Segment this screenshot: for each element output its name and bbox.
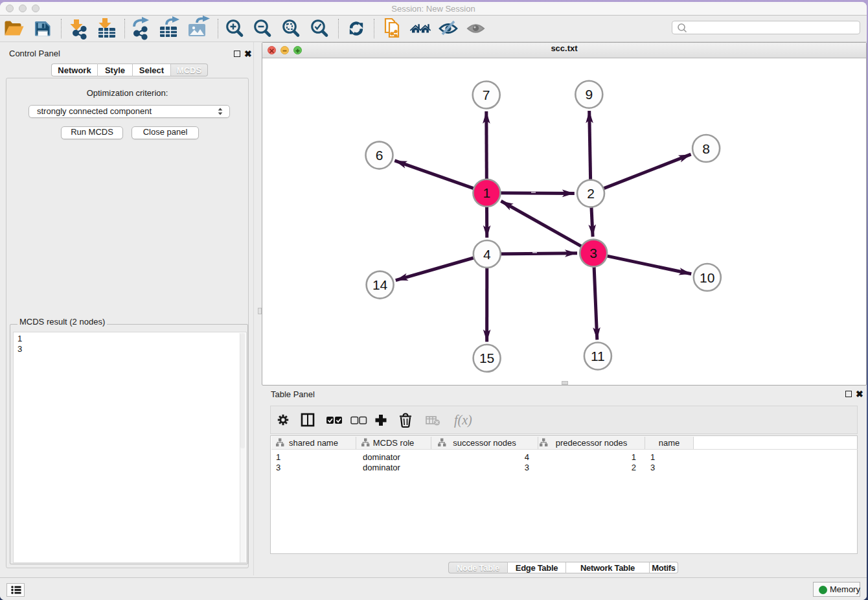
svg-text:8: 8 — [702, 141, 710, 156]
svg-text:11: 11 — [591, 349, 605, 363]
svg-text:9: 9 — [585, 87, 593, 102]
svg-text:4: 4 — [483, 247, 491, 262]
svg-text:15: 15 — [479, 351, 494, 365]
svg-text:1: 1 — [483, 185, 491, 200]
svg-text:3: 3 — [589, 246, 597, 260]
svg-text:6: 6 — [376, 148, 383, 163]
svg-text:14: 14 — [372, 277, 388, 292]
svg-text:7: 7 — [483, 87, 490, 102]
svg-text:2: 2 — [587, 186, 595, 201]
svg-text:f(x): f(x) — [454, 413, 472, 428]
svg-text:10: 10 — [700, 270, 714, 285]
